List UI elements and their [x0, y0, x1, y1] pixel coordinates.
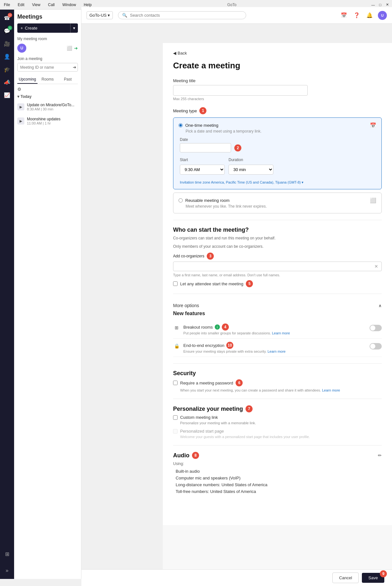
window-menu[interactable]: Window	[61, 2, 78, 8]
reusable-desc: Meet whenever you like. The link never e…	[186, 204, 376, 209]
sidebar-chat[interactable]: 💬 1	[1, 25, 13, 37]
sidebar-analytics[interactable]: 📈	[1, 89, 13, 101]
back-button[interactable]: ◀ Back	[173, 51, 382, 56]
meeting-title-input[interactable]	[173, 85, 308, 96]
meeting-id-input[interactable]	[18, 63, 71, 71]
sidebar-expand[interactable]: »	[1, 565, 13, 576]
tab-rooms[interactable]: Rooms	[38, 75, 58, 84]
one-time-desc: Pick a date and meet using a temporary l…	[186, 129, 376, 134]
top-bar: GoTo-US ▾ 🔍 📅 ❓ 🔔 U	[81, 7, 392, 24]
join-button[interactable]: ➜	[71, 63, 78, 71]
top-bar-right: 📅 ❓ 🔔 U	[339, 11, 387, 20]
meeting-name-2: Moonshine updates	[27, 117, 78, 121]
help-icon[interactable]: ❓	[352, 11, 361, 20]
close-button[interactable]: ✕	[385, 3, 389, 7]
save-button[interactable]: Save 9	[362, 573, 384, 583]
one-time-radio[interactable]	[179, 123, 183, 127]
search-bar[interactable]: 🔍	[118, 11, 246, 19]
step-badge-4: 4	[222, 323, 229, 331]
timezone-row[interactable]: Invitation time zone America, Pacific Ti…	[180, 180, 376, 185]
max-chars-hint: Max 255 characters	[173, 97, 382, 101]
let-attendee-checkbox[interactable]	[173, 281, 178, 286]
user-avatar-top[interactable]: U	[378, 11, 387, 20]
copy-link-icon[interactable]: ⬜	[67, 46, 72, 51]
meeting-info-2: Moonshine updates 11:00 AM | 1 hr	[27, 117, 78, 125]
one-time-meeting-card[interactable]: One-time meeting 📅 Pick a date and meet …	[173, 117, 382, 189]
create-dropdown-button[interactable]: ▾	[70, 23, 78, 33]
meeting-item-2[interactable]: ▶ Moonshine updates 11:00 AM | 1 hr	[17, 116, 78, 126]
filter-icon[interactable]: ⚙	[17, 87, 78, 92]
more-options-label: More options	[173, 303, 199, 308]
sidebar-video[interactable]: 🎥	[1, 38, 13, 49]
start-select[interactable]: 9:30 AM 9:00 AM 10:00 AM 10:30 AM	[180, 165, 225, 175]
chevron-down-icon: ▾	[73, 26, 75, 30]
sidebar-training[interactable]: 🎓	[1, 64, 13, 75]
search-icon: 🔍	[122, 13, 127, 18]
meeting-title-section: Meeting title Max 255 characters	[173, 78, 382, 101]
security-title: Security	[173, 370, 382, 377]
minimize-button[interactable]: —	[371, 3, 375, 7]
require-password-checkbox[interactable]	[173, 381, 178, 385]
e2e-toggle[interactable]	[370, 343, 382, 349]
require-password-label: Require a meeting password	[180, 381, 233, 385]
reusable-radio[interactable]	[179, 198, 183, 203]
sidebar-contacts[interactable]: 👤	[1, 51, 13, 62]
sidebar-grid[interactable]: ⊞	[1, 548, 13, 560]
date-section: Date 12/01/2023 2	[180, 137, 376, 152]
coorg-input[interactable]	[177, 264, 372, 269]
breakout-toggle[interactable]	[370, 325, 382, 331]
tab-past[interactable]: Past	[58, 75, 78, 84]
date-input[interactable]: 12/01/2023	[180, 143, 231, 152]
duration-label: Duration	[229, 158, 273, 162]
step-badge-6: 6	[236, 379, 243, 386]
more-options-header[interactable]: More options ∧	[173, 300, 382, 311]
require-password-desc: When you start your next meeting, you ca…	[180, 388, 382, 392]
duration-select[interactable]: 30 min 15 min 45 min 1 hr	[229, 165, 273, 175]
breakout-learn-more[interactable]: Learn more	[272, 331, 290, 335]
tab-upcoming[interactable]: Upcoming	[17, 75, 38, 84]
join-input-row: ➜	[17, 63, 78, 72]
file-menu[interactable]: File	[3, 2, 11, 8]
search-input[interactable]	[130, 13, 242, 18]
audio-title: Audio 8	[173, 452, 199, 459]
meeting-type-label: Meeting type 1	[173, 107, 382, 114]
app-title: GoTo	[227, 3, 237, 7]
today-label[interactable]: ▾ Today	[17, 94, 78, 99]
notifications-icon[interactable]: 🔔	[365, 11, 374, 20]
calendar-icon[interactable]: 📅	[339, 11, 348, 20]
content-inner: ◀ Back Create a meeting Meeting title Ma…	[163, 43, 392, 525]
e2e-learn-more[interactable]: Learn more	[268, 349, 286, 353]
call-menu[interactable]: Call	[47, 2, 56, 8]
date-time-section: Date 12/01/2023 2 Start 9:30 AM	[180, 137, 376, 185]
custom-link-checkbox[interactable]	[173, 415, 178, 420]
goto-us-button[interactable]: GoTo-US ▾	[87, 11, 113, 19]
audio-edit-icon[interactable]: ✏	[378, 453, 382, 458]
breakout-name: Breakout rooms i 4	[183, 323, 366, 331]
calendar-card-icon: 📅	[370, 122, 376, 128]
sidebar-phone[interactable]: ☎ 12	[1, 12, 13, 24]
password-learn-more[interactable]: Learn more	[322, 388, 340, 392]
coorg-hint: Type a first name, last name, or email a…	[173, 273, 382, 277]
help-menu[interactable]: Help	[82, 2, 93, 8]
create-button[interactable]: + Create	[17, 23, 70, 33]
edit-menu[interactable]: Edit	[16, 2, 26, 8]
step-badge-3: 3	[207, 253, 214, 260]
start-room-icon[interactable]: ➜	[74, 46, 78, 51]
sidebar-megaphone[interactable]: 📣	[1, 76, 13, 88]
phone-badge: 12	[8, 13, 12, 17]
reusable-meeting-card[interactable]: Reusable meeting room ⬜ Meet whenever yo…	[173, 193, 382, 213]
view-menu[interactable]: View	[31, 2, 42, 8]
video-icon: 🎥	[4, 41, 10, 47]
app-container: ☎ 12 💬 1 🎥 👤 🎓 📣 📈 ⊞ » Meetings	[0, 10, 392, 579]
personalized-start-checkbox[interactable]	[173, 429, 178, 434]
maximize-button[interactable]: □	[378, 3, 382, 7]
reusable-title: Reusable meeting room	[185, 198, 229, 203]
coorg-input-row[interactable]: ✕	[173, 262, 382, 271]
breakout-info-icon[interactable]: i	[215, 324, 220, 330]
meeting-item-1[interactable]: ▶ Update on Miradore/GoTo... 8:30 AM | 3…	[17, 101, 78, 112]
personalized-start-row: Personalized start page	[173, 429, 382, 434]
meetings-panel: Meetings + Create ▾ My meeting room U ⬜ …	[14, 10, 81, 579]
menu-bar: File Edit View Call Window Help	[3, 2, 93, 8]
clear-coorg-button[interactable]: ✕	[374, 264, 378, 269]
cancel-button[interactable]: Cancel	[332, 573, 359, 583]
